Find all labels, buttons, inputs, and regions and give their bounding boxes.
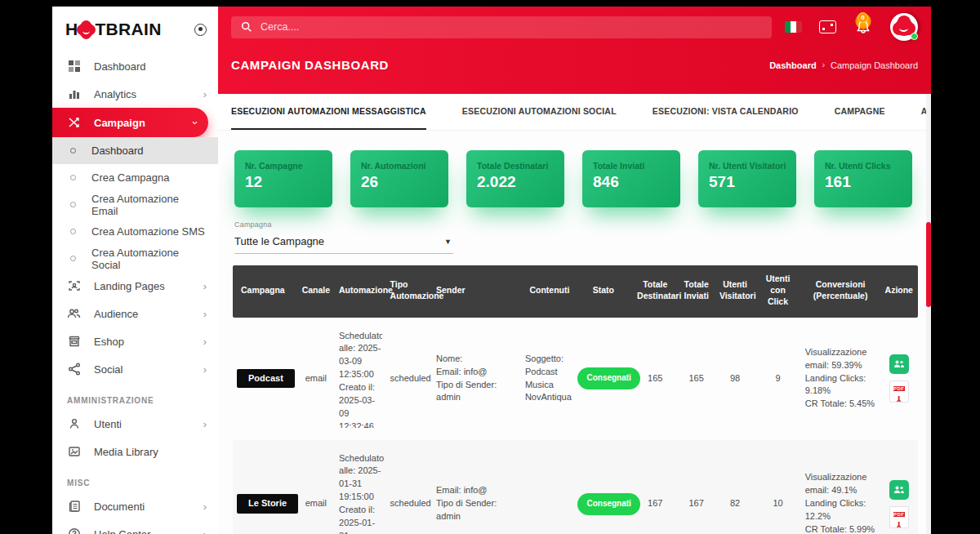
sidebar-toggle-icon[interactable] [194, 24, 207, 36]
pdf-export-icon[interactable]: PDF ⅄ [889, 380, 909, 403]
scrollbar-thumb[interactable] [926, 222, 931, 307]
sidebar-item-campaign[interactable]: Campaign › [52, 108, 208, 137]
breadcrumb-dashboard[interactable]: Dashboard [769, 60, 816, 70]
pdf-export-icon[interactable]: PDF ⅄ [889, 506, 909, 528]
vertical-scrollbar[interactable] [926, 94, 931, 534]
filter-label: Campagna [234, 220, 450, 229]
col-utenti-con-click: Utenti con Click [755, 265, 800, 318]
sidebar-item-label: Analytics [94, 88, 136, 100]
sidebar-section-amministrazione: AMMINISTRAZIONE [52, 383, 218, 410]
chevron-right-icon: › [203, 363, 207, 376]
stat-card-nr-utenti-clicks[interactable]: Nr. Utenti Clicks 161 [814, 150, 912, 207]
sidebar-subitem-label: Crea Automazione SMS [91, 225, 205, 238]
sidebar-item-utenti[interactable]: Utenti › [52, 410, 218, 438]
tab-esecuzioni-automazioni-social[interactable]: ESECUZIONI AUTOMAZIONI SOCIAL [462, 94, 617, 130]
notifications-bell[interactable]: 0 [853, 16, 873, 38]
chevron-right-icon: › [203, 88, 207, 100]
user-avatar[interactable] [890, 13, 918, 41]
bullet-icon [70, 202, 76, 207]
stat-label: Nr. Automazioni [361, 161, 438, 171]
action-cell: PDF ⅄ [884, 480, 914, 528]
cell-tipo: scheduled [386, 318, 432, 440]
col-stato: Stato [573, 265, 633, 318]
sidebar-subitem-crea-automazione-sms[interactable]: Crea Automazione SMS [52, 218, 218, 245]
audience-report-icon[interactable] [889, 354, 909, 374]
sidebar-subitem-dashboard[interactable]: Dashboard [52, 137, 218, 164]
help-icon [67, 527, 81, 534]
cell-contenuti [521, 440, 574, 534]
pdf-label: PDF [893, 512, 905, 517]
sidebar-item-media-library[interactable]: Media Library [52, 438, 218, 465]
sidebar-item-label: Documenti [94, 501, 145, 513]
sidebar-item-social[interactable]: Social › [52, 355, 218, 383]
bullet-icon [70, 229, 76, 234]
topbar-icons: 0 [785, 13, 918, 41]
tab-esecuzioni-vista-calendario[interactable]: ESECUZIONI: VISTA CALENDARIO [653, 94, 799, 130]
stat-value: 846 [593, 173, 670, 191]
col-sender: Sender [432, 265, 521, 318]
breadcrumb-current: Campaign Dashboard [831, 60, 918, 70]
sidebar-item-label: Social [94, 363, 122, 376]
cell-utenti-visitatori: 82 [715, 440, 755, 534]
language-flag-italy[interactable] [785, 21, 802, 33]
sidebar-subitem-crea-automazione-social[interactable]: Crea Automazione Social [52, 245, 218, 272]
sidebar-subitem-label: Crea Automazione Email [91, 193, 207, 217]
bullet-icon [70, 256, 76, 261]
sidebar-section-misc: MISC [52, 465, 218, 492]
search-input[interactable] [231, 16, 772, 38]
sidebar-item-audience[interactable]: Audience › [52, 300, 218, 327]
stat-card-nr-automazioni[interactable]: Nr. Automazioni 26 [350, 150, 448, 207]
sidebar-subitem-crea-automazione-email[interactable]: Crea Automazione Email [52, 191, 218, 218]
breadcrumb-separator: › [822, 60, 825, 69]
col-canale: Canale [297, 265, 335, 318]
cell-utenti-click: 9 [755, 318, 800, 440]
sidebar-item-landing-pages[interactable]: Landing Pages › [52, 272, 218, 300]
campaign-select[interactable]: Tutte le Campagne ▼ [234, 230, 453, 254]
sidebar-item-eshop[interactable]: Eshop › [52, 327, 218, 355]
stat-card-totale-inviati[interactable]: Totale Inviati 846 [582, 150, 680, 207]
audience-report-icon[interactable] [889, 480, 909, 500]
sidebar-item-dashboard[interactable]: Dashboard [52, 52, 218, 80]
stat-card-nr-utenti-visitatori[interactable]: Nr. Utenti Visitatori 571 [698, 150, 796, 207]
sidebar-item-analytics[interactable]: Analytics › [52, 80, 218, 108]
table-row: Le Storie email Schedulato alle: 2025-01… [233, 440, 918, 534]
page-title: CAMPAIGN DASHBOARD [231, 58, 389, 72]
tab-campagne[interactable]: CAMPAGNE [835, 94, 885, 130]
chevron-right-icon: › [203, 528, 207, 534]
table-header: Campagna Canale Automazione Tipo Automaz… [233, 265, 918, 318]
main-area: 0 CAMPAIGN DASHBOARD Dashboard › [218, 7, 931, 534]
search-icon [241, 21, 252, 33]
apps-icon[interactable] [819, 20, 836, 33]
caret-down-icon: ▼ [444, 238, 452, 246]
cell-totale-inviati: 167 [678, 440, 715, 534]
brand-logo[interactable]: HTBRAIN [52, 7, 218, 51]
content-area: ESECUZIONI AUTOMAZIONI MESSAGGISTICA ESE… [218, 94, 931, 534]
sidebar-subitem-crea-campagna[interactable]: Crea Campagna [52, 164, 218, 191]
campaign-icon [67, 116, 81, 130]
col-conversioni: Conversioni (Percentuale) [801, 265, 880, 318]
cell-conversioni: Visualizzazione email: 49.1% Landing Cli… [801, 440, 880, 534]
stat-card-nr-campagne[interactable]: Nr. Campagne 12 [234, 150, 332, 207]
campaign-badge: Podcast [237, 369, 295, 389]
social-share-icon [67, 363, 81, 376]
bullet-icon [70, 148, 76, 154]
bullet-icon [70, 175, 76, 180]
cell-contenuti: Soggetto: Podcast Musica NovAntiqua [521, 318, 574, 440]
sidebar-item-documenti[interactable]: Documenti › [52, 492, 218, 520]
sidebar-item-help-center[interactable]: Help Center › [52, 520, 218, 534]
stat-label: Totale Destinatari [477, 161, 554, 171]
media-library-icon [67, 445, 81, 459]
stat-value: 161 [825, 173, 902, 191]
tab-esecuzioni-automazioni-messaggistica[interactable]: ESECUZIONI AUTOMAZIONI MESSAGGISTICA [231, 94, 426, 130]
stat-label: Nr. Utenti Visitatori [709, 161, 786, 171]
stat-label: Nr. Campagne [245, 161, 322, 171]
sidebar-subitem-label: Dashboard [91, 145, 144, 157]
sidebar-item-label: Eshop [94, 336, 124, 348]
app-window: HTBRAIN Dashboard Analytics › [52, 7, 931, 534]
cell-totale-destinatari: 167 [633, 440, 677, 534]
stat-value: 2.022 [477, 173, 554, 191]
online-status-dot [911, 33, 918, 40]
col-azione: Azione [880, 265, 918, 318]
sidebar-subitem-label: Crea Automazione Social [91, 247, 207, 271]
stat-card-totale-destinatari[interactable]: Totale Destinatari 2.022 [466, 150, 564, 207]
